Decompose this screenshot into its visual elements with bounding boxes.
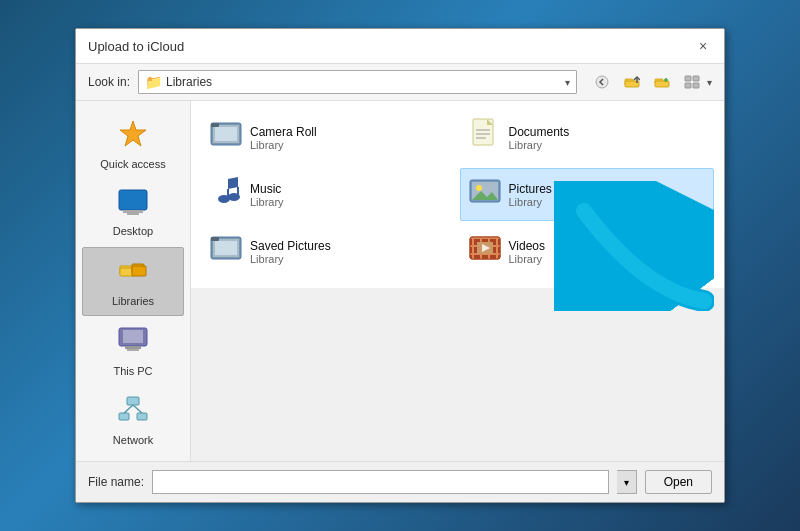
videos-info: Videos Library xyxy=(509,239,545,265)
pictures-name: Pictures xyxy=(509,182,552,196)
svg-rect-29 xyxy=(215,127,237,141)
sidebar-item-this-pc[interactable]: This PC xyxy=(82,318,184,385)
videos-type: Library xyxy=(509,253,545,265)
svg-rect-13 xyxy=(127,213,139,215)
svg-rect-9 xyxy=(693,83,699,88)
list-item[interactable]: Pictures Library xyxy=(460,168,715,221)
sidebar-item-network[interactable]: Network xyxy=(82,387,184,454)
back-button[interactable] xyxy=(589,70,615,94)
look-in-label: Look in: xyxy=(88,75,130,89)
location-folder-icon: 📁 xyxy=(145,74,162,90)
list-item[interactable]: Videos Library xyxy=(460,225,715,278)
toolbar: Look in: 📁 Libraries ▾ xyxy=(76,64,724,101)
libraries-icon xyxy=(118,256,148,291)
documents-info: Documents Library xyxy=(509,125,570,151)
sidebar-item-desktop[interactable]: Desktop xyxy=(82,180,184,245)
desktop-label: Desktop xyxy=(113,225,153,237)
svg-rect-45 xyxy=(215,241,237,255)
close-button[interactable]: × xyxy=(694,37,712,55)
videos-name: Videos xyxy=(509,239,545,253)
sidebar-item-quick-access[interactable]: Quick access xyxy=(82,109,184,178)
location-text: Libraries xyxy=(166,75,561,89)
svg-rect-5 xyxy=(655,81,669,87)
svg-rect-7 xyxy=(693,76,699,81)
svg-rect-17 xyxy=(132,266,146,276)
filename-label: File name: xyxy=(88,475,144,489)
view-button[interactable] xyxy=(679,70,705,94)
saved-pictures-type: Library xyxy=(250,253,331,265)
camera-roll-info: Camera Roll Library xyxy=(250,125,317,151)
sidebar: Quick access Desktop xyxy=(76,101,191,461)
saved-pictures-name: Saved Pictures xyxy=(250,239,331,253)
svg-point-0 xyxy=(596,76,608,88)
music-type: Library xyxy=(250,196,284,208)
quick-access-icon xyxy=(117,117,149,154)
svg-rect-8 xyxy=(685,83,691,88)
camera-roll-icon xyxy=(210,120,242,155)
file-area-wrapper: Camera Roll Library xyxy=(191,101,724,461)
network-icon xyxy=(117,395,149,430)
open-button[interactable]: Open xyxy=(645,470,712,494)
libraries-label: Libraries xyxy=(112,295,154,307)
svg-rect-24 xyxy=(137,413,147,420)
this-pc-label: This PC xyxy=(113,365,152,377)
svg-point-41 xyxy=(476,185,482,191)
svg-rect-30 xyxy=(211,123,219,127)
saved-pictures-info: Saved Pictures Library xyxy=(250,239,331,265)
location-dropdown-arrow: ▾ xyxy=(565,77,570,88)
toolbar-icons: ▾ xyxy=(589,70,712,94)
new-folder-button[interactable] xyxy=(649,70,675,94)
svg-rect-20 xyxy=(125,346,141,349)
desktop-icon xyxy=(117,188,149,221)
pictures-type: Library xyxy=(509,196,552,208)
up-button[interactable] xyxy=(619,70,645,94)
view-dropdown-arrow: ▾ xyxy=(707,77,712,88)
svg-rect-19 xyxy=(123,330,143,343)
this-pc-icon xyxy=(117,326,149,361)
bottom-bar: File name: ▾ Open xyxy=(76,461,724,502)
svg-rect-11 xyxy=(119,190,147,210)
documents-name: Documents xyxy=(509,125,570,139)
svg-line-25 xyxy=(124,405,133,413)
main-content: Quick access Desktop xyxy=(76,101,724,461)
svg-rect-21 xyxy=(127,349,139,351)
documents-icon xyxy=(469,118,501,157)
pictures-icon xyxy=(469,177,501,212)
videos-icon xyxy=(469,234,501,269)
svg-rect-6 xyxy=(685,76,691,81)
list-item[interactable]: Music Library xyxy=(201,168,456,221)
dialog-title: Upload to iCloud xyxy=(88,39,184,54)
svg-rect-22 xyxy=(127,397,139,405)
list-item[interactable]: Documents Library xyxy=(460,111,715,164)
quick-access-label: Quick access xyxy=(100,158,165,170)
music-info: Music Library xyxy=(250,182,284,208)
list-item[interactable]: Saved Pictures Library xyxy=(201,225,456,278)
location-combo[interactable]: 📁 Libraries ▾ xyxy=(138,70,577,94)
file-area: Camera Roll Library xyxy=(191,101,724,288)
svg-rect-23 xyxy=(119,413,129,420)
svg-marker-10 xyxy=(120,121,146,146)
sidebar-item-libraries[interactable]: Libraries xyxy=(82,247,184,316)
svg-line-26 xyxy=(133,405,142,413)
pictures-info: Pictures Library xyxy=(509,182,552,208)
saved-pictures-icon xyxy=(210,234,242,269)
documents-type: Library xyxy=(509,139,570,151)
title-bar: Upload to iCloud × xyxy=(76,29,724,64)
list-item[interactable]: Camera Roll Library xyxy=(201,111,456,164)
network-label: Network xyxy=(113,434,153,446)
camera-roll-type: Library xyxy=(250,139,317,151)
filename-input[interactable] xyxy=(152,470,609,494)
svg-rect-46 xyxy=(211,237,219,241)
filename-dropdown[interactable]: ▾ xyxy=(617,470,637,494)
music-name: Music xyxy=(250,182,284,196)
music-icon xyxy=(210,175,242,214)
file-dialog: Upload to iCloud × Look in: 📁 Libraries … xyxy=(75,28,725,503)
svg-rect-12 xyxy=(123,210,143,213)
camera-roll-name: Camera Roll xyxy=(250,125,317,139)
